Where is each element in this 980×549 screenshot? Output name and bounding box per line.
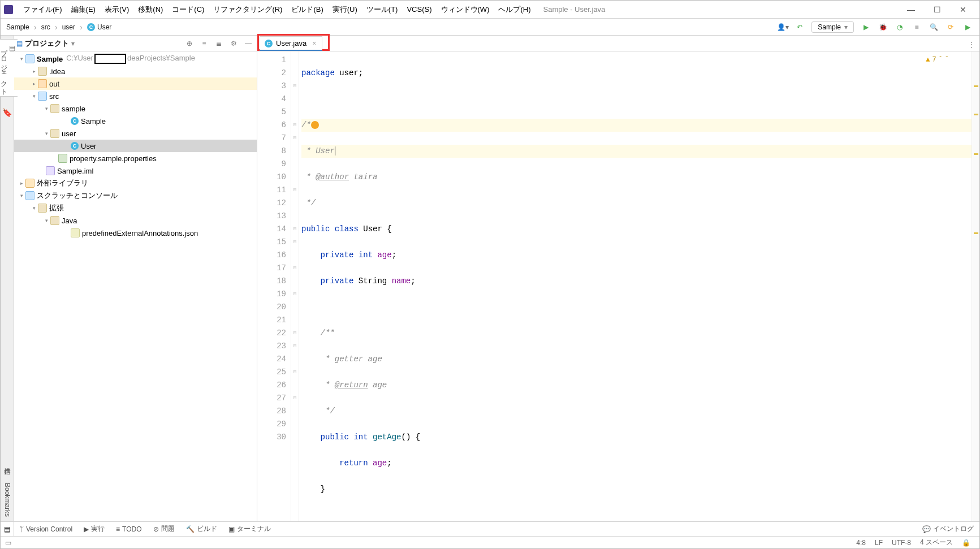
tool-event-log[interactable]: 💬イベントログ xyxy=(917,524,979,534)
user-icon[interactable]: 👤▾ xyxy=(775,21,790,33)
menu-tools[interactable]: ツール(T) xyxy=(362,2,403,17)
tool-terminal[interactable]: ▣ターミナル xyxy=(223,524,277,534)
editor-tab-user[interactable]: C User.java × xyxy=(260,36,322,51)
tree-node-scratch[interactable]: ▾スクラッチとコンソール xyxy=(14,189,257,202)
bookmarks-icon[interactable]: 🔖 xyxy=(2,108,12,117)
run-button[interactable]: ▶ xyxy=(858,21,873,33)
tool-todo[interactable]: ≡TODO xyxy=(110,525,147,533)
tree-node-idea[interactable]: ▸.idea xyxy=(14,65,257,77)
menu-build[interactable]: ビルド(B) xyxy=(287,2,327,17)
tree-node-user-class[interactable]: ▸CUser xyxy=(14,140,257,152)
folder-icon xyxy=(38,67,47,76)
editor-tab-bar: C User.java × ⋮ xyxy=(257,36,979,51)
settings-icon[interactable]: ⚙ xyxy=(227,37,240,50)
status-line-sep[interactable]: LF xyxy=(870,539,887,547)
tree-node-sample-class[interactable]: ▸CSample xyxy=(14,115,257,127)
menu-help[interactable]: ヘルプ(H) xyxy=(494,2,535,17)
menu-refactor[interactable]: リファクタリング(R) xyxy=(209,2,287,17)
breadcrumb-src[interactable]: src xyxy=(39,22,53,32)
menu-run[interactable]: 実行(U) xyxy=(328,2,362,17)
tab-label: User.java xyxy=(276,39,306,47)
run-config-label: Sample xyxy=(818,23,841,31)
run-config-selector[interactable]: Sample ▾ xyxy=(811,21,854,33)
tool-tab-bookmarks[interactable]: Bookmarks xyxy=(2,478,12,521)
tool-tab-structure[interactable]: 構造 xyxy=(1,458,13,467)
expand-all-icon[interactable]: ≡ xyxy=(198,37,210,50)
tree-node-root[interactable]: ▾ Sample C:¥UserdeaProjects¥Sample xyxy=(14,53,257,65)
project-tool-window: ▤ プロジェクト ▾ ⊕ ≡ ≣ ⚙ — ▾ Sample C:¥Userdea… xyxy=(14,36,257,521)
menu-view[interactable]: 表示(V) xyxy=(100,2,133,17)
status-indent[interactable]: 4 スペース xyxy=(916,538,957,547)
toolwindows-icon[interactable]: ▭ xyxy=(5,539,11,547)
error-stripe[interactable] xyxy=(972,51,979,521)
menu-edit[interactable]: 編集(E) xyxy=(67,2,100,17)
chevron-right-icon: › xyxy=(32,22,39,32)
tree-node-sample-pkg[interactable]: ▾sample xyxy=(14,102,257,115)
status-bar: ▭ 4:8 LF UTF-8 4 スペース 🔒 xyxy=(1,536,979,548)
class-icon: C xyxy=(265,40,273,47)
window-minimize-button[interactable]: — xyxy=(898,2,924,18)
tree-node-properties[interactable]: ▸property.sample.properties xyxy=(14,152,257,165)
code-content[interactable]: package user; /* * User * @author taira … xyxy=(299,51,972,521)
status-encoding[interactable]: UTF-8 xyxy=(887,539,916,547)
tree-node-iml[interactable]: ▸Sample.iml xyxy=(14,165,257,177)
code-editor[interactable]: 1234567891011121314151617181920212223242… xyxy=(257,51,979,521)
toolbox-button[interactable]: ▶ xyxy=(960,21,975,33)
tree-node-extlib[interactable]: ▸外部ライブラリ xyxy=(14,177,257,189)
folder-icon[interactable]: ▤ xyxy=(1,522,14,536)
inspection-widget[interactable]: ▲7 ˆ ˇ xyxy=(926,54,949,67)
menu-code[interactable]: コード(C) xyxy=(167,2,209,17)
fold-gutter[interactable]: ⊟⊟⊟⊟⊟⊟⊟⊟⊟⊟⊟⊟ xyxy=(291,51,299,521)
tool-version-control[interactable]: ᛘVersion Control xyxy=(14,525,78,533)
tree-node-src[interactable]: ▾src xyxy=(14,90,257,102)
sync-icon[interactable]: ↶ xyxy=(792,21,807,33)
chevron-down-icon[interactable]: ▾ xyxy=(71,40,75,47)
bottom-tool-stripe: ▤ ᛘVersion Control ▶実行 ≡TODO ⊘問題 🔨ビルド ▣タ… xyxy=(1,521,979,536)
select-opened-file-icon[interactable]: ⊕ xyxy=(183,37,196,50)
tree-node-ext[interactable]: ▾拡張 xyxy=(14,202,257,214)
tool-run[interactable]: ▶実行 xyxy=(78,524,110,534)
app-logo-icon xyxy=(4,5,13,14)
hide-icon[interactable]: — xyxy=(242,37,254,50)
tree-node-user-pkg[interactable]: ▾user xyxy=(14,127,257,140)
tab-menu-icon[interactable]: ⋮ xyxy=(964,38,979,51)
tool-build[interactable]: 🔨ビルド xyxy=(180,524,223,534)
editor-area: C User.java × ⋮ 123456789101112131415161… xyxy=(257,36,979,521)
debug-button[interactable]: 🐞 xyxy=(875,21,890,33)
todo-icon: ≡ xyxy=(116,525,120,533)
menu-window[interactable]: ウィンドウ(W) xyxy=(437,2,494,17)
collapse-all-icon[interactable]: ≣ xyxy=(213,37,225,50)
package-icon xyxy=(50,104,59,113)
intention-bulb-icon[interactable] xyxy=(311,121,319,129)
warning-icon: ▲ xyxy=(926,54,930,67)
breadcrumb-user[interactable]: user xyxy=(60,22,77,32)
window-title: Sample - User.java xyxy=(543,5,605,14)
menu-file[interactable]: ファイル(F) xyxy=(19,2,67,17)
tree-node-out[interactable]: ▸out xyxy=(14,77,257,90)
tool-problems[interactable]: ⊘問題 xyxy=(148,524,180,534)
status-lock-icon[interactable]: 🔒 xyxy=(957,539,975,547)
breadcrumb-class[interactable]: CUser xyxy=(85,22,114,32)
menu-navigate[interactable]: 移動(N) xyxy=(133,2,167,17)
line-gutter: 1234567891011121314151617181920212223242… xyxy=(257,51,291,521)
breadcrumb-root[interactable]: Sample xyxy=(4,22,32,32)
stop-button[interactable]: ■ xyxy=(909,21,924,33)
terminal-icon: ▣ xyxy=(228,525,235,533)
search-button[interactable]: 🔍 xyxy=(926,21,941,33)
chevron-down-icon: ▾ xyxy=(844,23,848,31)
chevron-down-icon[interactable]: ˇ xyxy=(945,54,949,67)
menu-vcs[interactable]: VCS(S) xyxy=(402,3,436,16)
status-cursor-pos[interactable]: 4:8 xyxy=(852,539,870,547)
window-maximize-button[interactable]: ☐ xyxy=(924,2,950,18)
chevron-right-icon: › xyxy=(53,22,60,32)
window-close-button[interactable]: ✕ xyxy=(950,2,976,18)
tab-close-icon[interactable]: × xyxy=(312,40,316,47)
tree-node-predefined[interactable]: ▸predefinedExternalAnnotations.json xyxy=(14,227,257,239)
tree-node-java[interactable]: ▾Java xyxy=(14,214,257,227)
update-button[interactable]: ⟳ xyxy=(943,21,958,33)
coverage-button[interactable]: ◔ xyxy=(892,21,907,33)
project-tree[interactable]: ▾ Sample C:¥UserdeaProjects¥Sample ▸.ide… xyxy=(14,51,257,521)
chevron-up-icon[interactable]: ˆ xyxy=(939,54,943,67)
folder-icon xyxy=(38,79,47,88)
branch-icon: ᛘ xyxy=(20,525,24,533)
